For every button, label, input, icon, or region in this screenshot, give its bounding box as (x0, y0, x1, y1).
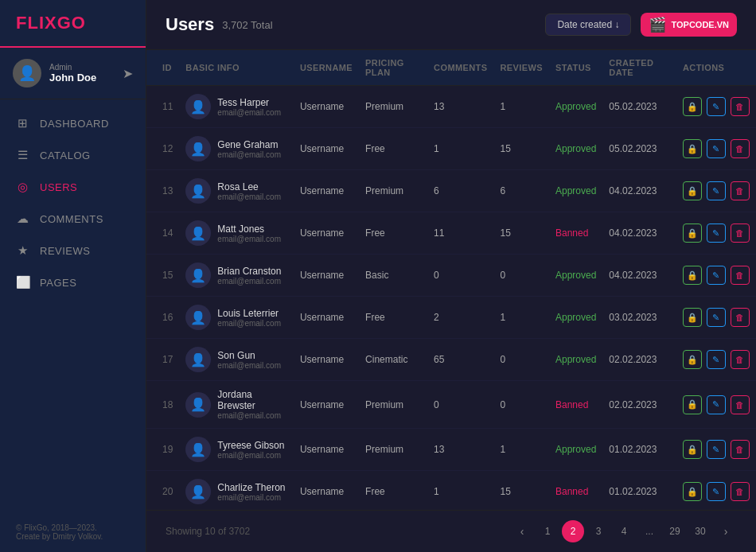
cell-actions: 🔒 ✎ 🗑 (676, 339, 756, 381)
lock-button[interactable]: 🔒 (683, 395, 702, 414)
cell-username: Username (294, 471, 359, 511)
delete-button[interactable]: 🗑 (731, 308, 750, 327)
status-badge: Approved (555, 312, 596, 323)
delete-button[interactable]: 🗑 (731, 350, 750, 369)
cell-pricing-plan: Premium (359, 381, 427, 429)
reviews-icon: ★ (16, 243, 30, 258)
lock-button[interactable]: 🔒 (683, 97, 702, 116)
edit-button[interactable]: ✎ (707, 440, 726, 459)
footer-line2: Create by Dmitry Volkov. (16, 532, 130, 541)
cell-status: Approved (549, 339, 602, 381)
cell-reviews: 0 (493, 339, 549, 381)
cell-comments: 13 (427, 86, 493, 128)
user-name: Brian Cranston (217, 266, 281, 277)
table-row: 11 👤 Tess Harper email@email.com Usernam… (146, 86, 756, 128)
sidebar-item-dashboard[interactable]: ⊞DASHBOARD (0, 107, 146, 139)
cell-status: Approved (549, 429, 602, 471)
main-content: Users 3,702 Total Date created ↓ 🎬 TOPCO… (146, 0, 756, 552)
cell-status: Banned (549, 381, 602, 429)
cell-basic-info: 👤 Rosa Lee email@email.com (179, 170, 294, 212)
cell-username: Username (294, 86, 359, 128)
users-icon: ◎ (16, 180, 30, 194)
prev-page-button[interactable]: ‹ (511, 520, 533, 542)
sidebar: FLIXGO 👤 Admin John Doe ➤ ⊞DASHBOARD☰CAT… (0, 0, 146, 552)
delete-button[interactable]: 🗑 (731, 181, 750, 200)
edit-button[interactable]: ✎ (707, 266, 726, 285)
sidebar-item-catalog[interactable]: ☰CATALOG (0, 139, 146, 171)
avatar: 👤 (13, 59, 41, 87)
delete-button[interactable]: 🗑 (731, 482, 750, 501)
edit-button[interactable]: ✎ (707, 308, 726, 327)
delete-button[interactable]: 🗑 (731, 224, 750, 243)
col-username: USERNAME (294, 50, 359, 86)
ellipsis[interactable]: ... (638, 520, 661, 542)
sidebar-nav: ⊞DASHBOARD☰CATALOG◎USERS☁COMMENTS★REVIEW… (0, 99, 146, 512)
sidebar-item-label: USERS (40, 181, 77, 193)
lock-button[interactable]: 🔒 (683, 139, 702, 158)
cell-reviews: 1 (493, 297, 549, 339)
edit-button[interactable]: ✎ (707, 395, 726, 414)
delete-button[interactable]: 🗑 (731, 266, 750, 285)
col-created-date: CRAETED DATE (602, 50, 676, 86)
edit-button[interactable]: ✎ (707, 482, 726, 501)
cell-username: Username (294, 429, 359, 471)
cell-id: 11 (146, 86, 179, 128)
lock-button[interactable]: 🔒 (683, 266, 702, 285)
lock-button[interactable]: 🔒 (683, 482, 702, 501)
page-button-2[interactable]: 2 (562, 520, 584, 542)
next-page-button[interactable]: › (715, 520, 737, 542)
edit-button[interactable]: ✎ (707, 139, 726, 158)
cell-reviews: 15 (493, 128, 549, 170)
cell-basic-info: 👤 Louis Leterrier email@email.com (179, 297, 294, 339)
cell-actions: 🔒 ✎ 🗑 (676, 170, 756, 212)
user-email: email@email.com (217, 277, 281, 286)
cell-actions: 🔒 ✎ 🗑 (676, 212, 756, 255)
user-email: email@email.com (217, 361, 281, 370)
lock-button[interactable]: 🔒 (683, 224, 702, 243)
sidebar-item-comments[interactable]: ☁COMMENTS (0, 203, 146, 235)
page-button-30[interactable]: 30 (689, 520, 711, 542)
delete-button[interactable]: 🗑 (731, 395, 750, 414)
page-button-29[interactable]: 29 (664, 520, 686, 542)
delete-button[interactable]: 🗑 (731, 97, 750, 116)
date-filter-button[interactable]: Date created ↓ (545, 14, 631, 36)
sidebar-item-users[interactable]: ◎USERS (0, 171, 146, 203)
lock-button[interactable]: 🔒 (683, 440, 702, 459)
user-role: Admin (49, 63, 115, 72)
cell-actions: 🔒 ✎ 🗑 (676, 471, 756, 511)
delete-button[interactable]: 🗑 (731, 139, 750, 158)
cell-reviews: 1 (493, 86, 549, 128)
sidebar-item-reviews[interactable]: ★REVIEWS (0, 235, 146, 266)
delete-button[interactable]: 🗑 (731, 440, 750, 459)
user-name: Matt Jones (217, 224, 281, 235)
cell-comments: 1 (427, 128, 493, 170)
cell-date: 05.02.2023 (602, 86, 676, 128)
sidebar-item-pages[interactable]: ⬜PAGES (0, 266, 146, 298)
sidebar-footer: © FlixGo, 2018—2023. Create by Dmitry Vo… (0, 512, 146, 552)
date-filter-label: Date created ↓ (557, 19, 619, 30)
lock-button[interactable]: 🔒 (683, 181, 702, 200)
col-actions: ACTIONS (676, 50, 756, 86)
cell-id: 19 (146, 429, 179, 471)
cell-reviews: 0 (493, 381, 549, 429)
lock-button[interactable]: 🔒 (683, 308, 702, 327)
cell-id: 12 (146, 128, 179, 170)
edit-button[interactable]: ✎ (707, 181, 726, 200)
cell-pricing-plan: Basic (359, 255, 427, 297)
page-button-4[interactable]: 4 (613, 520, 635, 542)
cell-actions: 🔒 ✎ 🗑 (676, 297, 756, 339)
cell-date: 02.02.2023 (602, 339, 676, 381)
edit-button[interactable]: ✎ (707, 97, 726, 116)
cell-status: Approved (549, 297, 602, 339)
user-avatar: 👤 (185, 347, 211, 372)
user-name: Tess Harper (217, 97, 281, 108)
lock-button[interactable]: 🔒 (683, 350, 702, 369)
cell-id: 14 (146, 212, 179, 255)
edit-button[interactable]: ✎ (707, 350, 726, 369)
cell-actions: 🔒 ✎ 🗑 (676, 381, 756, 429)
cell-reviews: 1 (493, 429, 549, 471)
logout-button[interactable]: ➤ (123, 66, 133, 81)
edit-button[interactable]: ✎ (707, 224, 726, 243)
page-button-1[interactable]: 1 (536, 520, 559, 542)
page-button-3[interactable]: 3 (587, 520, 610, 542)
